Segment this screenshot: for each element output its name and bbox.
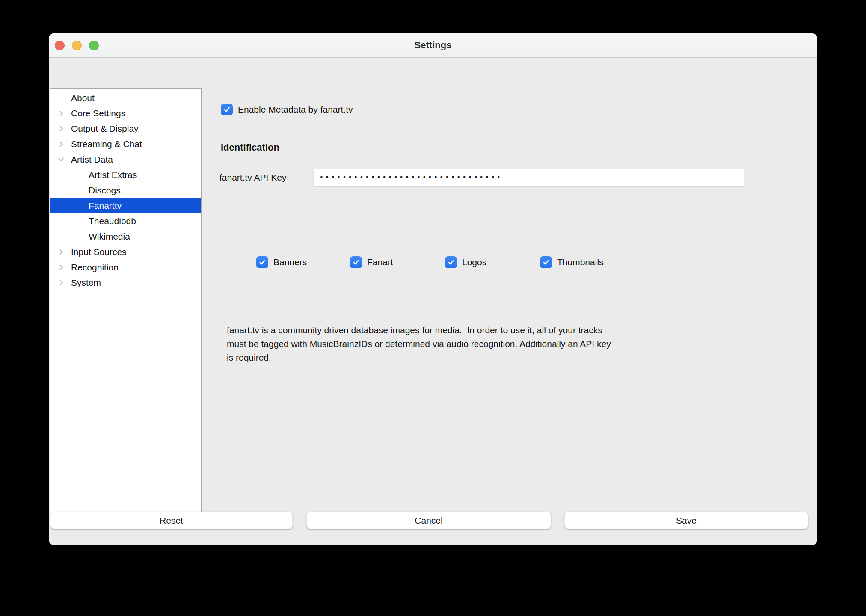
sidebar-item-label: Fanarttv <box>50 201 122 211</box>
chevron-right-icon[interactable] <box>58 249 65 255</box>
sidebar-item-theaudiodb[interactable]: Theaudiodb <box>50 213 201 229</box>
chevron-right-icon[interactable] <box>58 264 65 271</box>
sidebar-item-label: Wikimedia <box>50 231 130 242</box>
sidebar-item-core-settings[interactable]: Core Settings <box>50 106 201 121</box>
sidebar-item-label: Theaudiodb <box>50 216 136 226</box>
titlebar: Settings <box>49 33 817 58</box>
banners-label: Banners <box>273 257 307 267</box>
minimize-button[interactable] <box>72 41 82 50</box>
api-key-input[interactable] <box>314 169 749 186</box>
save-button[interactable]: Save <box>564 512 808 529</box>
checkbox-checked-icon[interactable] <box>256 256 268 268</box>
checkbox-checked-icon[interactable] <box>445 256 457 268</box>
sidebar-item-streaming-chat[interactable]: Streaming & Chat <box>50 136 201 152</box>
checkbox-checked-icon[interactable] <box>540 256 552 268</box>
logos-label: Logos <box>462 257 486 267</box>
chevron-right-icon[interactable] <box>58 279 65 286</box>
description-text: fanart.tv is a community driven database… <box>227 323 796 364</box>
thumbnails-label: Thumbnails <box>557 257 604 267</box>
checkbox-checked-icon[interactable] <box>221 104 233 116</box>
desktop-background: Settings About Core Settings Output & Di… <box>0 0 866 616</box>
sidebar-item-wikimedia[interactable]: Wikimedia <box>50 229 201 244</box>
fanart-checkbox[interactable]: Fanart <box>350 256 393 268</box>
settings-window: Settings About Core Settings Output & Di… <box>49 33 817 545</box>
reset-button[interactable]: Reset <box>50 512 293 529</box>
sidebar-item-artist-data[interactable]: Artist Data <box>50 152 201 167</box>
sidebar-item-fanarttv[interactable]: Fanarttv <box>50 198 201 213</box>
checkbox-checked-icon[interactable] <box>350 256 362 268</box>
sidebar-item-label: About <box>50 93 95 103</box>
chevron-right-icon[interactable] <box>58 141 65 148</box>
sidebar-item-discogs[interactable]: Discogs <box>50 183 201 198</box>
cancel-button[interactable]: Cancel <box>306 512 551 529</box>
sidebar-item-artist-extras[interactable]: Artist Extras <box>50 167 201 183</box>
enable-metadata-checkbox[interactable]: Enable Metadata by fanart.tv <box>221 104 353 116</box>
content-area: About Core Settings Output & Display Str… <box>49 57 817 545</box>
section-heading: Identification <box>221 142 279 153</box>
chevron-down-icon[interactable] <box>58 156 65 163</box>
sidebar-item-input-sources[interactable]: Input Sources <box>50 244 201 260</box>
logos-checkbox[interactable]: Logos <box>445 256 486 268</box>
zoom-button[interactable] <box>89 41 99 50</box>
chevron-right-icon[interactable] <box>58 110 65 117</box>
sidebar-item-recognition[interactable]: Recognition <box>50 260 201 275</box>
sidebar-item-label: Artist Extras <box>50 170 137 180</box>
fanart-label: Fanart <box>367 257 393 267</box>
enable-metadata-label: Enable Metadata by fanart.tv <box>238 104 353 115</box>
chevron-right-icon[interactable] <box>58 125 65 132</box>
sidebar-item-system[interactable]: System <box>50 275 201 290</box>
window-title: Settings <box>49 33 817 57</box>
sidebar-item-about[interactable]: About <box>50 90 201 106</box>
sidebar-item-output-display[interactable]: Output & Display <box>50 121 201 136</box>
close-button[interactable] <box>55 41 65 50</box>
traffic-lights <box>55 33 99 57</box>
thumbnails-checkbox[interactable]: Thumbnails <box>540 256 604 268</box>
api-key-label: fanart.tv API Key <box>219 172 286 183</box>
api-key-field <box>314 169 744 186</box>
sidebar-item-label: Discogs <box>50 185 121 195</box>
sidebar-tree: About Core Settings Output & Display Str… <box>50 88 202 520</box>
banners-checkbox[interactable]: Banners <box>256 256 307 268</box>
